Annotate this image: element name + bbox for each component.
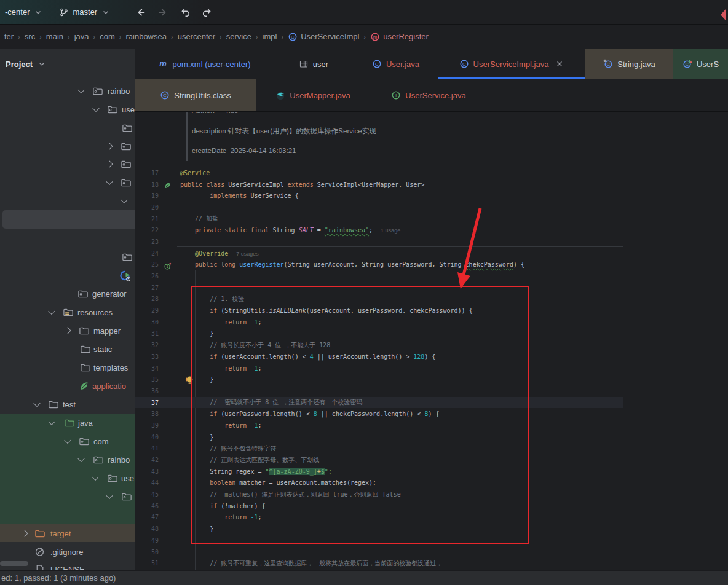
tree-horizontal-scrollbar[interactable] — [0, 561, 28, 566]
line-number[interactable]: 47 — [135, 514, 159, 520]
tree-item-applicatio[interactable]: applicatio — [0, 377, 135, 395]
chevron-down-icon[interactable] — [106, 178, 113, 184]
editor-tab-usermapper-java[interactable]: UserMapper.java — [256, 79, 370, 111]
chevron-down-icon[interactable] — [92, 104, 99, 111]
line-number[interactable]: 48 — [135, 525, 159, 532]
line-number[interactable]: 45 — [135, 491, 159, 498]
tree-item[interactable] — [0, 248, 135, 265]
chevron-down-icon[interactable] — [48, 307, 55, 314]
line-number[interactable]: 39 — [135, 422, 159, 429]
branch-selector[interactable]: master — [55, 4, 115, 21]
tree-item[interactable] — [0, 173, 135, 191]
line-number[interactable]: 22 — [135, 227, 159, 234]
editor-tab-string-java[interactable]: CString.java — [585, 49, 673, 79]
line-number[interactable]: 33 — [135, 353, 159, 360]
tree-item-templates[interactable]: templates — [0, 358, 135, 376]
tree-selected-row[interactable] — [2, 210, 135, 229]
line-number[interactable]: 21 — [135, 216, 159, 222]
chevron-down-icon[interactable] — [92, 473, 98, 480]
undo-button[interactable] — [180, 7, 191, 18]
line-number[interactable]: 27 — [135, 285, 159, 291]
editor-tab-pom-xml-user-center-[interactable]: mpom.xml (user-center) — [135, 49, 274, 79]
chevron-down-icon[interactable] — [48, 418, 55, 425]
line-number[interactable]: 31 — [135, 330, 159, 337]
breadcrumb-item-impl[interactable]: impl — [260, 31, 280, 42]
line-number[interactable]: 29 — [135, 307, 159, 314]
chevron-down-icon[interactable] — [33, 399, 40, 406]
breadcrumb-item-usercenter[interactable]: usercenter — [175, 31, 218, 42]
close-tab-icon[interactable] — [555, 60, 564, 68]
tree-item-static[interactable]: static — [0, 340, 135, 358]
chevron-right-icon[interactable] — [106, 160, 113, 167]
line-number[interactable]: 42 — [135, 457, 159, 463]
line-number[interactable]: 46 — [135, 503, 159, 509]
chevron-down-icon[interactable] — [77, 455, 84, 461]
tree-item-mapper[interactable]: mapper — [0, 321, 135, 339]
breadcrumb-item-ter[interactable]: ter — [2, 31, 16, 42]
forward-button[interactable] — [157, 7, 168, 18]
breadcrumb-item-com[interactable]: com — [97, 31, 117, 42]
chevron-right-icon[interactable] — [106, 143, 113, 149]
line-number[interactable]: 32 — [135, 342, 159, 348]
line-number[interactable]: 36 — [135, 388, 159, 395]
editor-tab-user[interactable]: user — [274, 49, 354, 79]
line-number[interactable]: 18 — [135, 181, 159, 188]
project-selector[interactable]: -center — [1, 4, 47, 21]
line-number[interactable]: 43 — [135, 468, 159, 475]
tree-item[interactable] — [0, 119, 135, 136]
line-number[interactable]: 30 — [135, 319, 159, 326]
editor-tab-userserviceimpl-java[interactable]: CUserServiceImpl.java — [438, 49, 585, 79]
tree-item-use[interactable]: use — [0, 469, 135, 487]
line-number[interactable]: 17 — [135, 170, 159, 176]
editor-tab-userservice-java[interactable]: IUserService.java — [370, 79, 487, 111]
chevron-right-icon[interactable] — [64, 327, 71, 334]
breadcrumb-item-userregister[interactable]: muserRegister — [368, 31, 431, 43]
line-number[interactable]: 38 — [135, 410, 159, 417]
editor-tab-users[interactable]: CUserS — [673, 49, 728, 79]
chevron-down-icon[interactable] — [121, 196, 127, 203]
breadcrumb-item-service[interactable]: service — [224, 31, 254, 42]
project-panel-header[interactable]: Project — [0, 49, 135, 79]
line-number[interactable]: 41 — [135, 445, 159, 452]
line-number[interactable]: 49 — [135, 537, 159, 544]
line-number[interactable]: 34 — [135, 365, 159, 372]
line-number[interactable]: 20 — [135, 204, 159, 211]
line-number[interactable]: 40 — [135, 434, 159, 441]
breadcrumb-item-src[interactable]: src — [22, 31, 38, 42]
editor-tab-user-java[interactable]: CUser.java — [354, 49, 438, 79]
tree-item-rainbo[interactable]: rainbo — [0, 82, 135, 100]
line-number[interactable]: 19 — [135, 192, 159, 199]
chevron-down-icon[interactable] — [64, 436, 71, 443]
line-number[interactable]: 50 — [135, 549, 159, 556]
back-button[interactable] — [135, 7, 146, 18]
tree-item[interactable] — [0, 155, 135, 173]
breadcrumb-item-rainbowsea[interactable]: rainbowsea — [123, 31, 169, 42]
tree-item-resources[interactable]: resources — [0, 303, 135, 321]
line-number[interactable]: 51 — [135, 560, 159, 567]
tree-item-rainbo[interactable]: rainbo — [0, 450, 135, 468]
breadcrumb-item-java[interactable]: java — [72, 31, 92, 42]
line-number[interactable]: 26 — [135, 273, 159, 280]
tree-item-generator[interactable]: generator — [0, 285, 135, 302]
line-number[interactable]: 28 — [135, 296, 159, 302]
chevron-right-icon[interactable] — [21, 530, 28, 536]
line-number[interactable]: 25 — [135, 261, 159, 268]
tree-item[interactable] — [0, 192, 135, 210]
breadcrumb-item-userserviceimpl[interactable]: CUserServiceImpl — [285, 31, 362, 43]
tree-item-use[interactable]: use — [0, 100, 135, 118]
tree-item-test[interactable]: test — [0, 395, 135, 413]
chevron-down-icon[interactable] — [77, 86, 84, 93]
tree-item[interactable] — [0, 487, 135, 505]
line-number[interactable]: 37 — [135, 399, 159, 406]
editor-tab-stringutils-class[interactable]: CStringUtils.class — [135, 79, 256, 111]
tree-item-target[interactable]: target — [0, 524, 135, 542]
code-editor[interactable]: Author: huodescription 针对表【user(用户)】的数据库… — [135, 112, 728, 570]
line-number[interactable]: 35 — [135, 376, 159, 383]
tree-item[interactable] — [0, 137, 135, 155]
redo-button[interactable] — [202, 7, 213, 18]
chevron-down-icon[interactable] — [106, 492, 113, 498]
tree-item[interactable] — [0, 266, 135, 284]
tree-item-com[interactable]: com — [0, 432, 135, 450]
line-number[interactable]: 23 — [135, 238, 159, 245]
tree-item-java[interactable]: java — [0, 414, 135, 431]
